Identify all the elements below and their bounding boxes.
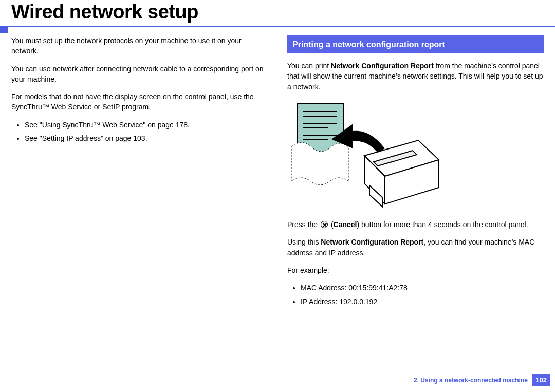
see-also-list: See "Using SyncThru™ Web Service" on pag… xyxy=(11,120,268,144)
two-column-body: You must set up the network protocols on… xyxy=(0,35,555,314)
text-span: Using this xyxy=(287,238,321,246)
section-para-1: You can print Network Configuration Repo… xyxy=(287,61,544,92)
intro-para-3: For models that do not have the display … xyxy=(11,91,268,113)
page-footer: 2. Using a network-connected machine 102 xyxy=(414,374,550,386)
text-span: Press the xyxy=(287,220,320,229)
bold-term: Cancel xyxy=(334,220,357,229)
intro-para-2: You can use network after connecting net… xyxy=(11,64,268,85)
example-item: IP Address: 192.0.0.192 xyxy=(301,296,544,307)
text-span: ) xyxy=(357,220,362,229)
title-rule xyxy=(0,26,555,28)
right-column: Printing a network configuration report … xyxy=(287,35,544,314)
text-span: button for more than 4 seconds on the co… xyxy=(361,220,528,229)
page-number: 102 xyxy=(532,374,550,386)
chapter-label: 2. Using a network-connected machine xyxy=(414,377,531,384)
press-cancel-instruction: Press the (Cancel) button for more than … xyxy=(287,219,544,230)
text-span: ( xyxy=(329,220,334,229)
bold-term: Network Configuration Report xyxy=(321,238,423,246)
section-para-3: Using this Network Configuration Report,… xyxy=(287,237,544,258)
manual-page: Wired network setup You must set up the … xyxy=(0,0,555,392)
intro-para-1: You must set up the network protocols on… xyxy=(11,35,268,57)
cancel-icon xyxy=(321,221,328,228)
left-column: You must set up the network protocols on… xyxy=(11,35,268,314)
example-item: MAC Address: 00:15:99:41:A2:78 xyxy=(301,283,544,293)
see-also-item: See "Setting IP address" on page 103. xyxy=(25,133,268,143)
example-list: MAC Address: 00:15:99:41:A2:78 IP Addres… xyxy=(287,283,544,307)
bold-term: Network Configuration Report xyxy=(331,62,434,70)
section-heading: Printing a network configuration report xyxy=(287,35,544,53)
for-example-label: For example: xyxy=(287,265,544,275)
printer-report-illustration xyxy=(287,99,441,212)
text-span: You can print xyxy=(287,62,331,70)
page-title: Wired network setup xyxy=(0,0,555,26)
see-also-item: See "Using SyncThru™ Web Service" on pag… xyxy=(25,120,268,130)
